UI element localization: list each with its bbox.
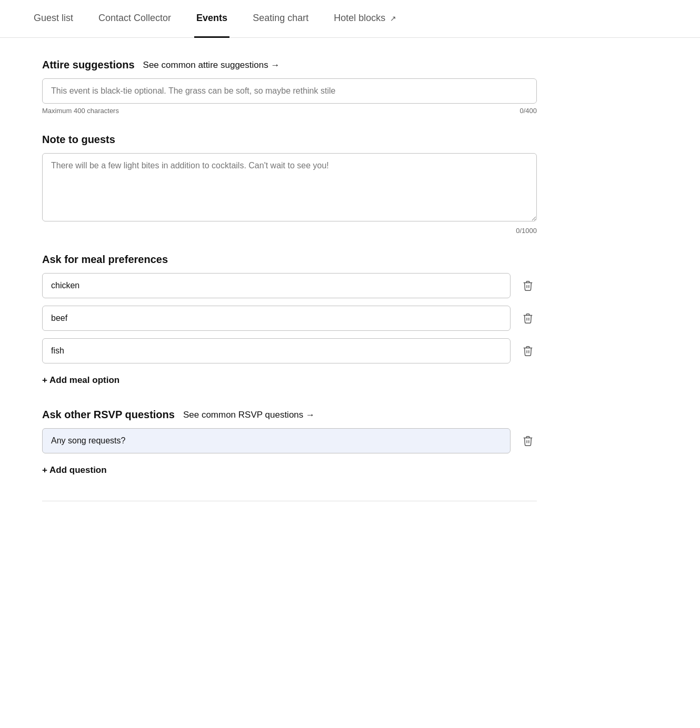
attire-input[interactable] [43,79,536,103]
trash-icon-3 [522,345,534,357]
meal-row-2 [42,306,537,331]
tab-events[interactable]: Events [194,0,229,38]
add-meal-button[interactable]: + Add meal option [42,371,119,390]
rsvp-header: Ask other RSVP questions See common RSVP… [42,409,537,421]
note-section: Note to guests 0/1000 [42,134,537,235]
attire-common-link[interactable]: See common attire suggestions → [143,60,280,70]
note-title: Note to guests [42,134,115,146]
note-textarea[interactable] [42,153,537,221]
rsvp-row-1 [42,428,537,453]
meal-header: Ask for meal preferences [42,254,537,266]
attire-char-count-row: Maximum 400 characters 0/400 [42,107,537,115]
rsvp-common-link[interactable]: See common RSVP questions → [183,410,315,420]
attire-max-label: Maximum 400 characters [42,107,119,115]
bottom-divider [42,501,537,501]
meal-section: Ask for meal preferences [42,254,537,390]
note-textarea-wrapper [42,153,537,224]
rsvp-input-1[interactable] [42,428,511,453]
attire-title: Attire suggestions [42,59,135,71]
meal-delete-3[interactable] [519,342,537,360]
attire-section: Attire suggestions See common attire sug… [42,59,537,115]
tab-contact-collector[interactable]: Contact Collector [96,0,173,38]
meal-delete-1[interactable] [519,277,537,295]
tab-guest-list[interactable]: Guest list [32,0,75,38]
rsvp-title: Ask other RSVP questions [42,409,175,421]
meal-row-1 [42,273,537,298]
trash-icon-1 [522,280,534,291]
meal-input-3[interactable] [42,338,511,363]
meal-input-1[interactable] [42,273,511,298]
trash-icon-rsvp-1 [522,435,534,447]
attire-input-wrapper [42,78,537,104]
trash-icon-2 [522,312,534,324]
meal-title: Ask for meal preferences [42,254,168,266]
rsvp-section: Ask other RSVP questions See common RSVP… [42,409,537,480]
main-content: Attire suggestions See common attire sug… [0,38,579,522]
external-link-icon: ↗ [390,14,396,23]
add-question-button[interactable]: + Add question [42,461,107,480]
attire-char-count: 0/400 [519,107,537,115]
rsvp-delete-1[interactable] [519,432,537,450]
meal-input-2[interactable] [42,306,511,331]
meal-row-3 [42,338,537,363]
tab-seating-chart[interactable]: Seating chart [251,0,311,38]
note-char-count: 0/1000 [42,227,537,235]
note-header: Note to guests [42,134,537,146]
nav-tabs: Guest list Contact Collector Events Seat… [0,0,700,38]
tab-hotel-blocks[interactable]: Hotel blocks ↗ [332,0,398,38]
meal-delete-2[interactable] [519,309,537,327]
attire-header: Attire suggestions See common attire sug… [42,59,537,71]
